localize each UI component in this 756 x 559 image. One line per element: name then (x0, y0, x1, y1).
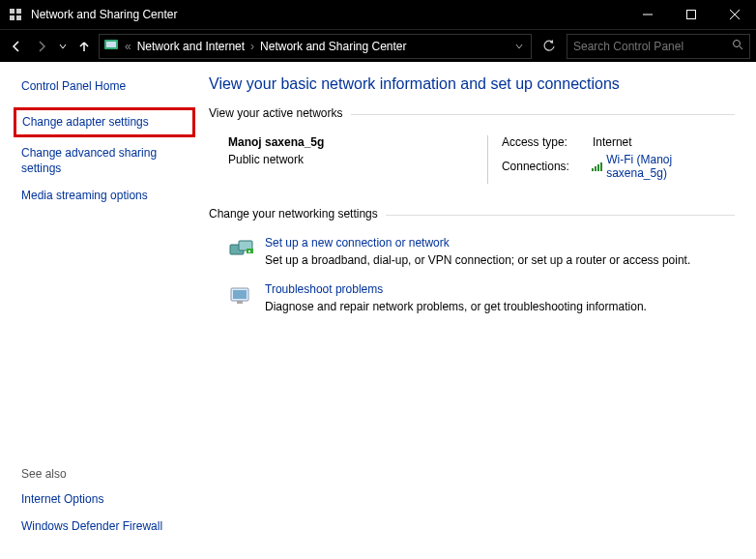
main-panel: View your basic network information and … (203, 62, 756, 559)
address-prefix: « (125, 40, 131, 53)
network-type: Public network (228, 153, 487, 166)
troubleshoot-icon (228, 284, 255, 308)
troubleshoot-link[interactable]: Troubleshoot problems (265, 282, 647, 296)
troubleshoot-item: Troubleshoot problems Diagnose and repai… (228, 282, 735, 313)
back-button[interactable] (6, 36, 27, 57)
forward-button[interactable] (31, 36, 52, 57)
svg-line-11 (740, 46, 742, 49)
sidebar-defender-firewall[interactable]: Windows Defender Firewall (21, 519, 162, 535)
chevron-right-icon: › (250, 40, 254, 53)
toolbar: « Network and Internet › Network and Sha… (0, 29, 756, 62)
sidebar-control-panel-home[interactable]: Control Panel Home (21, 79, 191, 95)
breadcrumb-sharing-center[interactable]: Network and Sharing Center (260, 40, 406, 53)
see-also-section: See also Internet Options Windows Defend… (21, 467, 191, 547)
page-title: View your basic network information and … (209, 75, 735, 93)
maximize-button[interactable] (669, 0, 712, 29)
active-networks-label: View your active networks (209, 106, 343, 120)
wifi-connection-link[interactable]: Wi-Fi (Manoj saxena_5g) (592, 153, 735, 180)
setup-connection-item: Set up a new connection or network Set u… (228, 236, 735, 267)
change-settings-label: Change your networking settings (209, 207, 378, 221)
signal-icon (592, 162, 602, 171)
breadcrumb-network-internet[interactable]: Network and Internet (137, 40, 245, 53)
network-identity: Manoj saxena_5g Public network (228, 135, 487, 184)
svg-rect-16 (233, 290, 247, 299)
divider (386, 215, 735, 216)
divider (351, 114, 735, 115)
active-network: Manoj saxena_5g Public network Access ty… (228, 135, 735, 184)
wifi-connection-text: Wi-Fi (Manoj saxena_5g) (606, 153, 735, 180)
troubleshoot-desc: Diagnose and repair network problems, or… (265, 300, 647, 313)
svg-rect-0 (10, 9, 15, 14)
minimize-button[interactable] (625, 0, 669, 29)
app-icon (8, 7, 23, 22)
search-box[interactable] (567, 34, 750, 59)
access-type-value: Internet (593, 135, 632, 149)
svg-rect-3 (16, 15, 21, 20)
window-title: Network and Sharing Center (31, 8, 625, 21)
change-settings-header: Change your networking settings (209, 207, 735, 222)
network-details: Access type: Internet Connections: Wi-Fi… (487, 135, 735, 184)
network-name: Manoj saxena_5g (228, 135, 487, 149)
recent-dropdown[interactable] (56, 36, 70, 57)
search-icon (732, 39, 743, 53)
sidebar-change-advanced-sharing[interactable]: Change advanced sharing settings (21, 146, 191, 176)
connections-label: Connections: (502, 160, 584, 173)
sidebar: Control Panel Home Change adapter settin… (0, 62, 203, 559)
access-type-label: Access type: (502, 135, 585, 149)
setup-connection-desc: Set up a broadband, dial-up, or VPN conn… (265, 253, 690, 267)
see-also-heading: See also (21, 467, 191, 481)
up-button[interactable] (73, 36, 95, 57)
setup-connection-link[interactable]: Set up a new connection or network (265, 236, 690, 250)
close-button[interactable] (712, 0, 756, 29)
svg-rect-2 (10, 15, 15, 20)
sidebar-internet-options[interactable]: Internet Options (21, 492, 103, 508)
svg-rect-1 (16, 9, 21, 14)
content: Control Panel Home Change adapter settin… (0, 62, 756, 559)
setup-connection-icon (228, 238, 255, 261)
address-icon (103, 37, 119, 55)
svg-rect-5 (686, 11, 695, 19)
refresh-button[interactable] (536, 34, 563, 59)
active-networks-header: View your active networks (209, 106, 735, 122)
sidebar-media-streaming[interactable]: Media streaming options (21, 189, 191, 204)
svg-point-10 (734, 41, 741, 47)
address-bar[interactable]: « Network and Internet › Network and Sha… (99, 34, 532, 59)
window-buttons (625, 0, 756, 29)
svg-rect-9 (106, 42, 116, 47)
network-settings-list: Set up a new connection or network Set u… (228, 236, 735, 313)
svg-rect-17 (237, 301, 243, 304)
address-dropdown-icon[interactable] (515, 40, 523, 53)
search-input[interactable] (573, 40, 732, 53)
sidebar-change-adapter-settings[interactable]: Change adapter settings (14, 107, 195, 138)
titlebar: Network and Sharing Center (0, 0, 756, 29)
